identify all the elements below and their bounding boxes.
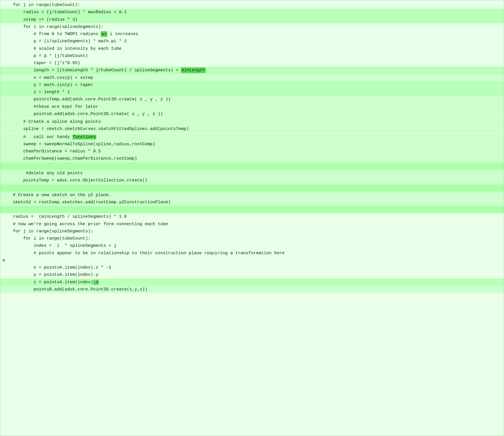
code-line: index = i * splineSegments + j <box>0 242 504 249</box>
code-line: length = ((tubeLength * j/tubeCount) / s… <box>0 67 504 74</box>
code-line: sweep = sweepNormalToSpline(spline,radiu… <box>0 141 504 148</box>
code-line: for i in range(splineSegments): <box>0 23 504 30</box>
code-line: #delete any old points <box>0 170 504 177</box>
code-line: xstep += (radius * 3) <box>0 16 504 23</box>
code-line: radius = (minLength / splineSegments) * … <box>0 213 504 220</box>
code-line: for j in range(tubeCount): <box>0 1 504 9</box>
code-line: sketch2 = rootComp.sketches.add(rootComp… <box>0 199 504 206</box>
code-line: for i in range(tubeCount): <box>0 235 504 242</box>
code-viewer: for j in range(tubeCount): radius = (j/t… <box>0 0 504 436</box>
code-line: pointsA.add(adsk.core.Point3D.create( x … <box>0 110 504 118</box>
code-line <box>0 184 504 191</box>
code-line: p = (i/splineSegments) * math.pi * 2 <box>0 38 504 45</box>
code-line: # from 0 to TWOPI radians as i increases <box>0 30 504 38</box>
code-line: # call our handy functions <box>0 133 504 141</box>
code-line: radius = (j/tubeCount) * maxRadius + 0.1 <box>0 9 504 16</box>
code-line: y = pointsA.item(index).y <box>0 271 504 278</box>
code-line: chamferDistance = radius * 0.5 <box>0 148 504 155</box>
code-line: taper = (j*i*0.05) <box>0 60 504 67</box>
code-line: # points appear to be in relationship to… <box>0 250 504 257</box>
code-line: p = p * (j/tubeCount) <box>0 52 504 60</box>
code-line: # scaled in intensity by each tube <box>0 45 504 52</box>
code-line: for j in range(splineSegments): <box>0 228 504 235</box>
code-line <box>0 162 504 170</box>
code-line: pointsTemp.add(adsk.core.Point3D.create(… <box>0 96 504 103</box>
code-line: x = pointsA.item(index).z * -1 <box>0 264 504 271</box>
code-line: z = pointsA.item(index).x <box>0 279 504 286</box>
code-line: e <box>0 257 504 264</box>
code-line: x = math.cos(p) + xstep <box>0 74 504 81</box>
code-line: y = math.sin(p) + taper <box>0 81 504 89</box>
code-line: #these are kept for later <box>0 103 504 110</box>
code-line: # Create a new sketch on the yZ plane. <box>0 192 504 199</box>
code-line: pointsB.add(adsk.core.Point3D.create(x,y… <box>0 286 504 293</box>
code-line: # Create a spline along points <box>0 118 504 125</box>
code-line <box>0 206 504 213</box>
code-line: spline = sketch.sketchCurves.sketchFitte… <box>0 125 504 133</box>
code-line: # now we're going across the prior form … <box>0 221 504 228</box>
code-line: pointsTemp = adsk.core.ObjectCollection.… <box>0 177 504 184</box>
code-line: z = length * i <box>0 89 504 96</box>
code-line: chamferSweep(sweep,chamferDistance,rootC… <box>0 155 504 162</box>
